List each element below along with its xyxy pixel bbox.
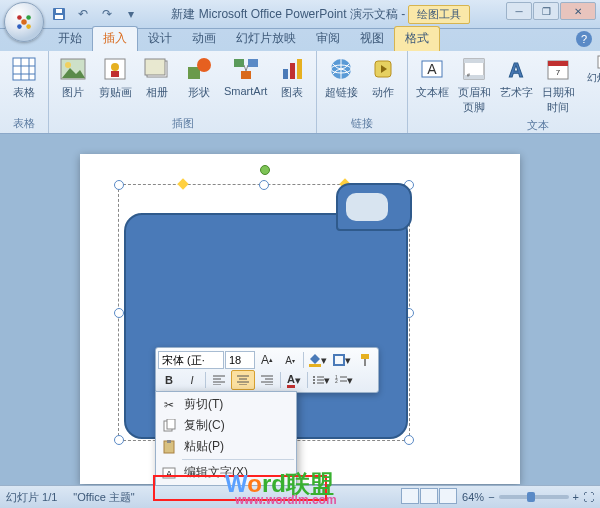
menu-paste[interactable]: 粘贴(P) [156, 436, 296, 457]
picture-icon [59, 55, 87, 83]
shapes-icon [185, 55, 213, 83]
office-button[interactable] [4, 2, 44, 42]
adjust-handle[interactable] [177, 178, 188, 189]
resize-handle[interactable] [114, 435, 124, 445]
album-button[interactable]: 相册 [137, 53, 177, 115]
save-icon[interactable] [50, 5, 68, 23]
help-icon[interactable]: ? [576, 31, 592, 47]
header-footer-button[interactable]: #页眉和页脚 [454, 53, 494, 117]
smartart-button[interactable]: SmartArt [221, 53, 270, 115]
shape-outline-icon[interactable]: ▾ [330, 351, 353, 369]
menu-cut[interactable]: ✂剪切(T) [156, 394, 296, 415]
shape-fill-icon[interactable]: ▾ [306, 351, 329, 369]
slide-number-button[interactable]: #幻灯片编号 [580, 53, 600, 117]
textbox-icon: A [418, 55, 446, 83]
watermark-url: www.wordlm.com [235, 493, 337, 507]
group-tables: 表格 表格 [0, 51, 49, 133]
zoom-slider[interactable] [499, 495, 569, 499]
tab-design[interactable]: 设计 [138, 27, 182, 51]
slide-canvas[interactable] [80, 154, 520, 484]
svg-point-62 [313, 376, 315, 378]
bullets-icon[interactable]: ▾ [310, 371, 332, 389]
svg-rect-17 [111, 71, 119, 77]
wordart-icon: A [502, 55, 530, 83]
hyperlink-button[interactable]: 超链接 [321, 53, 361, 115]
qat-dropdown-icon[interactable]: ▾ [122, 5, 140, 23]
action-icon [369, 55, 397, 83]
bold-icon[interactable]: B [158, 371, 180, 389]
maximize-button[interactable]: ❐ [533, 2, 559, 20]
align-center-icon[interactable] [231, 370, 255, 390]
italic-icon[interactable]: I [181, 371, 203, 389]
svg-rect-26 [290, 63, 295, 79]
svg-rect-39 [548, 61, 568, 66]
datetime-button[interactable]: 7日期和时间 [538, 53, 578, 117]
window-title: 新建 Microsoft Office PowerPoint 演示文稿 - M.… [171, 6, 428, 23]
tab-animation[interactable]: 动画 [182, 27, 226, 51]
svg-text:2: 2 [335, 378, 338, 384]
wordart-button[interactable]: A艺术字 [496, 53, 536, 117]
svg-text:#: # [467, 72, 470, 78]
view-buttons[interactable] [401, 488, 458, 506]
resize-handle[interactable] [114, 308, 124, 318]
svg-text:A: A [166, 469, 172, 479]
tab-home[interactable]: 开始 [48, 27, 92, 51]
font-size-selector[interactable]: 18 [225, 351, 255, 369]
svg-rect-7 [56, 9, 62, 13]
shrink-font-icon[interactable]: A▾ [279, 351, 301, 369]
paste-icon [160, 438, 178, 456]
svg-point-14 [65, 62, 71, 68]
svg-text:A: A [428, 61, 438, 77]
tab-view[interactable]: 视图 [350, 27, 394, 51]
zoom-in-icon[interactable]: + [573, 491, 579, 503]
align-left-icon[interactable] [208, 371, 230, 389]
header-footer-icon: # [460, 55, 488, 83]
undo-icon[interactable]: ↶ [74, 5, 92, 23]
menu-separator [182, 459, 294, 460]
menu-copy[interactable]: 复制(C) [156, 415, 296, 436]
align-right-icon[interactable] [256, 371, 278, 389]
font-family-selector[interactable]: 宋体 (正· [158, 351, 224, 369]
zoom-out-icon[interactable]: − [488, 491, 494, 503]
redo-icon[interactable]: ↷ [98, 5, 116, 23]
clipart-button[interactable]: 剪贴画 [95, 53, 135, 115]
zoom-value[interactable]: 64% [462, 491, 484, 503]
minimize-button[interactable]: ─ [506, 2, 532, 20]
svg-rect-23 [248, 59, 258, 67]
tab-slideshow[interactable]: 幻灯片放映 [226, 27, 306, 51]
grow-font-icon[interactable]: A▴ [256, 351, 278, 369]
svg-rect-47 [334, 355, 344, 365]
shapes-button[interactable]: 形状 [179, 53, 219, 115]
resize-handle[interactable] [114, 180, 124, 190]
menu-group: 组合(G)▶ [156, 483, 296, 485]
svg-text:7: 7 [556, 68, 561, 77]
tab-insert[interactable]: 插入 [92, 26, 138, 51]
action-button[interactable]: 动作 [363, 53, 403, 115]
format-painter-icon[interactable] [354, 351, 376, 369]
resize-handle[interactable] [259, 180, 269, 190]
rotate-handle[interactable] [260, 165, 270, 175]
chart-button[interactable]: 图表 [272, 53, 312, 115]
table-button[interactable]: 表格 [4, 53, 44, 115]
picture-button[interactable]: 图片 [53, 53, 93, 115]
tab-review[interactable]: 审阅 [306, 27, 350, 51]
svg-point-0 [21, 19, 27, 25]
textbox-button[interactable]: A文本框 [412, 53, 452, 117]
font-color-icon[interactable]: A▾ [283, 371, 305, 389]
chart-icon [278, 55, 306, 83]
slide-editor[interactable]: 宋体 (正· 18 A▴ A▾ ▾ ▾ B I A▾ ▾ 12▾ [0, 134, 600, 485]
resize-handle[interactable] [404, 435, 414, 445]
svg-rect-34 [464, 59, 484, 63]
ribbon-tabs: 开始 插入 设计 动画 幻灯片放映 审阅 视图 格式 ? [0, 29, 600, 51]
menu-edit-text[interactable]: A编辑文字(X) [156, 462, 296, 483]
fit-window-icon[interactable]: ⛶ [583, 491, 594, 503]
cut-icon: ✂ [160, 396, 178, 414]
tab-format[interactable]: 格式 [394, 26, 440, 51]
svg-point-3 [17, 24, 22, 29]
svg-rect-75 [167, 440, 171, 443]
table-icon [10, 55, 38, 83]
group-illustrations: 图片 剪贴画 相册 形状 SmartArt 图表 插图 [49, 51, 317, 133]
titlebar: ↶ ↷ ▾ 新建 Microsoft Office PowerPoint 演示文… [0, 0, 600, 29]
numbering-icon[interactable]: 12▾ [333, 371, 355, 389]
close-button[interactable]: ✕ [560, 2, 596, 20]
